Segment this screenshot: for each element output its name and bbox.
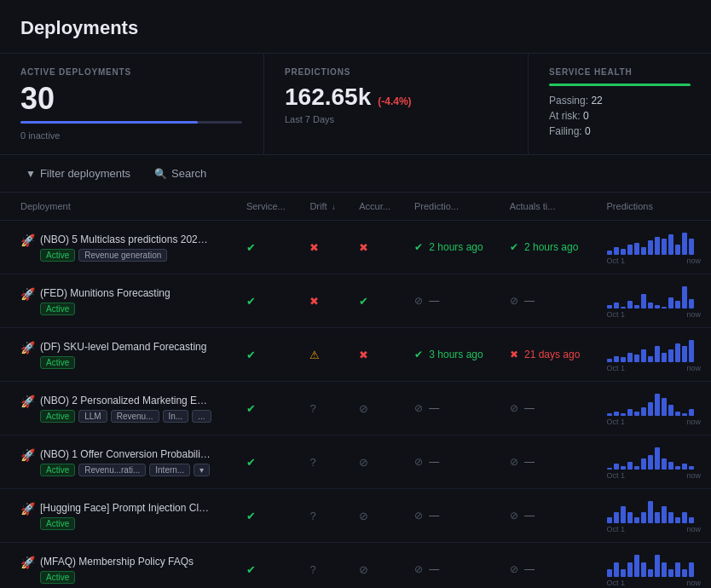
cell-chart: Oct 1 now <box>597 489 711 543</box>
cell-service: ✔ <box>236 489 300 543</box>
cell-predictions-time: ✔ 3 hours ago <box>404 328 500 382</box>
col-actuals-time: Actuals ti... <box>500 193 597 221</box>
cell-deployment: 🚀 (NBO) 5 Multiclass predictions 2024-0.… <box>0 221 236 274</box>
cell-chart: Oct 1 now <box>597 274 711 328</box>
filter-button[interactable]: ▼ Filter deployments <box>20 164 136 183</box>
tag: In... <box>163 410 189 423</box>
table-row: 🚀 (NBO) 2 Personalized Marketing Email .… <box>0 382 711 435</box>
active-deployments-label: ACTIVE DEPLOYMENTS <box>20 67 243 77</box>
filter-label: Filter deployments <box>40 167 130 180</box>
service-health-bar <box>549 84 691 86</box>
cell-accuracy: ✖ <box>349 328 404 382</box>
cell-chart: Oct 1 now <box>597 328 711 382</box>
rocket-icon: 🚀 <box>20 448 35 462</box>
toolbar: ▼ Filter deployments 🔍 Search <box>0 155 711 193</box>
cell-drift: ? <box>299 435 349 489</box>
tag: LLM <box>78 410 107 423</box>
cell-predictions-time: ⊘ — <box>404 435 500 489</box>
cell-actuals-time: ⊘ — <box>500 382 597 435</box>
tag: ▾ <box>194 464 210 476</box>
tag: Intern... <box>149 464 190 476</box>
tag: Active <box>40 464 75 476</box>
cell-service: ✔ <box>236 543 300 589</box>
cell-deployment: 🚀 (FED) Munitions Forecasting Active <box>0 274 236 328</box>
deployment-name: (FED) Munitions Forecasting <box>40 287 171 299</box>
predictions-value-row: 162.65k (-4.4%) <box>285 84 507 111</box>
deployment-name: (NBO) 1 Offer Conversion Probability Pr.… <box>40 448 211 460</box>
col-accuracy: Accur... <box>349 193 404 221</box>
mini-chart <box>607 551 701 577</box>
cell-deployment: 🚀 (NBO) 2 Personalized Marketing Email .… <box>0 382 236 435</box>
active-deployments-inactive: 0 inactive <box>20 130 243 141</box>
active-deployments-card: ACTIVE DEPLOYMENTS 30 0 inactive <box>0 54 264 154</box>
search-button[interactable]: 🔍 Search <box>149 164 211 183</box>
active-deployments-bar-fill <box>20 121 198 124</box>
col-predictions-chart: Predictions <box>597 193 711 221</box>
col-drift[interactable]: Drift ↓ <box>299 193 349 221</box>
rocket-icon: 🚀 <box>20 556 35 569</box>
mini-chart <box>607 283 701 308</box>
cell-drift: ⚠ <box>299 328 349 382</box>
cell-service: ✔ <box>236 382 300 435</box>
cell-actuals-time: ⊘ — <box>500 489 597 543</box>
header-row: Deployment Service... Drift ↓ Accur... P… <box>0 193 711 221</box>
predictions-period: Last 7 Days <box>285 114 507 124</box>
cell-drift: ? <box>299 382 349 435</box>
sh-passing: Passing: 22 <box>549 95 691 107</box>
col-deployment: Deployment <box>0 193 236 221</box>
tags: Active <box>40 303 171 315</box>
mini-chart <box>607 498 701 523</box>
deployments-table: Deployment Service... Drift ↓ Accur... P… <box>0 193 711 588</box>
predictions-label: PREDICTIONS <box>285 67 507 77</box>
table-row: 🚀 (NBO) 1 Offer Conversion Probability P… <box>0 435 711 489</box>
tags: ActiveLLMRevenu...In...... <box>40 410 211 423</box>
tag: ... <box>192 410 211 423</box>
predictions-change: (-4.4%) <box>378 95 411 107</box>
cell-drift: ? <box>299 489 349 543</box>
table-header: Deployment Service... Drift ↓ Accur... P… <box>0 193 711 221</box>
cell-deployment: 🚀 (NBO) 1 Offer Conversion Probability P… <box>0 435 236 489</box>
table-body: 🚀 (NBO) 5 Multiclass predictions 2024-0.… <box>0 221 711 589</box>
deployment-name: (DF) SKU-level Demand Forecasting <box>40 341 206 353</box>
cell-drift: ✖ <box>299 221 349 274</box>
tag: Active <box>40 303 75 315</box>
table-row: 🚀 [Hugging Face] Prompt Injection Classi… <box>0 489 711 543</box>
cell-deployment: 🚀 [Hugging Face] Prompt Injection Classi… <box>0 489 236 543</box>
cell-service: ✔ <box>236 328 300 382</box>
rocket-icon: 🚀 <box>20 233 35 247</box>
table-row: 🚀 (DF) SKU-level Demand Forecasting Acti… <box>0 328 711 382</box>
service-health-label: SERVICE HEALTH <box>549 67 691 77</box>
rocket-icon: 🚀 <box>20 341 35 355</box>
predictions-card: PREDICTIONS 162.65k (-4.4%) Last 7 Days <box>264 54 529 154</box>
cell-actuals-time: ⊘ — <box>500 274 597 328</box>
cell-accuracy: ✖ <box>349 221 404 274</box>
cell-accuracy: ⊘ <box>349 435 404 489</box>
tag: Active <box>40 356 75 369</box>
tags: Active <box>40 356 206 369</box>
service-health-card: SERVICE HEALTH Passing: 22 At risk: 0 Fa… <box>529 54 711 154</box>
cell-actuals-time: ✖ 21 days ago <box>500 328 597 382</box>
mini-chart <box>607 444 701 470</box>
cell-service: ✔ <box>236 221 300 274</box>
table-row: 🚀 (NBO) 5 Multiclass predictions 2024-0.… <box>0 221 711 274</box>
cell-accuracy: ✔ <box>349 274 404 328</box>
tag: Revenu... <box>111 410 159 423</box>
deployment-name: (MFAQ) Membership Policy FAQs <box>40 556 194 568</box>
table-row: 🚀 (MFAQ) Membership Policy FAQs Active ✔… <box>0 543 711 589</box>
predictions-number: 162.65k <box>285 84 371 111</box>
col-service: Service... <box>236 193 300 221</box>
cell-service: ✔ <box>236 274 300 328</box>
rocket-icon: 🚀 <box>20 502 35 516</box>
tags: ActiveRevenu...rati...Intern...▾ <box>40 464 211 476</box>
cell-actuals-time: ✔ 2 hours ago <box>500 221 597 274</box>
metrics-row: ACTIVE DEPLOYMENTS 30 0 inactive PREDICT… <box>0 54 711 155</box>
cell-drift: ? <box>299 543 349 589</box>
cell-predictions-time: ⊘ — <box>404 543 500 589</box>
tags: Active <box>40 571 194 584</box>
cell-chart: Oct 1 now <box>597 382 711 435</box>
cell-drift: ✖ <box>299 274 349 328</box>
tag: Active <box>40 517 75 530</box>
deployment-name: [Hugging Face] Prompt Injection Classi..… <box>40 502 211 514</box>
rocket-icon: 🚀 <box>20 395 35 408</box>
cell-chart: Oct 1 now <box>597 435 711 489</box>
